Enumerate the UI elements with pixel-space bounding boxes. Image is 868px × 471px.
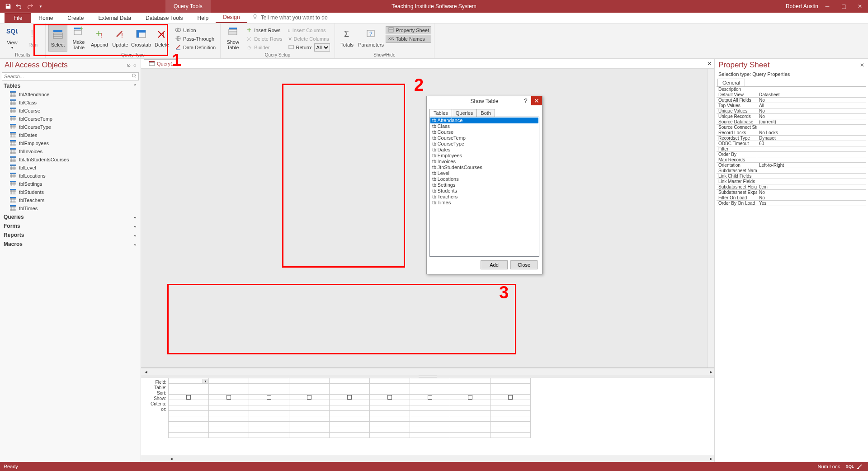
property-row[interactable]: Record LocksNo Locks xyxy=(717,130,866,136)
tab-home[interactable]: Home xyxy=(31,13,60,23)
close-button[interactable]: Close xyxy=(510,260,538,269)
qbe-cell[interactable] xyxy=(169,433,209,438)
prop-value[interactable]: Dynaset xyxy=(757,136,866,141)
vertical-scrollbar[interactable] xyxy=(707,69,714,367)
checkbox[interactable] xyxy=(508,395,513,400)
qbe-cell[interactable] xyxy=(370,405,410,411)
scroll-left-icon[interactable]: ◄ xyxy=(143,370,149,374)
parameters-button[interactable]: ? Parameters xyxy=(359,24,384,52)
checkbox[interactable] xyxy=(226,395,231,400)
property-row[interactable]: Description xyxy=(717,87,866,92)
nav-item-table[interactable]: tblJtnStudentsCourses xyxy=(0,155,141,164)
nav-item-table[interactable]: tblEmployees xyxy=(0,139,141,147)
qbe-cell[interactable] xyxy=(491,422,531,427)
qbe-cell[interactable] xyxy=(370,400,410,405)
tab-help[interactable]: Help xyxy=(190,13,216,23)
qbe-cell[interactable] xyxy=(249,384,289,389)
qbe-cell[interactable] xyxy=(370,378,410,384)
qbe-cell[interactable] xyxy=(249,378,289,384)
qbe-cell[interactable] xyxy=(169,389,209,395)
prop-value[interactable]: All xyxy=(757,103,866,108)
nav-item-table[interactable]: tblTeachers xyxy=(0,196,141,204)
nav-section-queries[interactable]: Queries⌄ xyxy=(0,212,141,221)
property-row[interactable]: Output All FieldsNo xyxy=(717,98,866,103)
prop-value[interactable]: No xyxy=(757,195,866,200)
doc-tab-close-icon[interactable]: ✕ xyxy=(707,61,712,67)
show-table-button[interactable]: Show Table xyxy=(223,24,242,52)
qbe-cell[interactable] xyxy=(330,389,370,395)
dialog-list[interactable]: tblAttendancetblClasstblCoursetblCourseT… xyxy=(429,117,539,257)
union-button[interactable]: Union xyxy=(173,26,217,34)
crosstab-button[interactable]: Crosstab xyxy=(132,24,151,52)
chevron-down-icon[interactable]: ▼ xyxy=(203,379,208,383)
qbe-cell[interactable] xyxy=(249,422,289,427)
property-row[interactable]: Subdatasheet Name xyxy=(717,168,866,174)
dialog-tab-tables[interactable]: Tables xyxy=(429,109,452,117)
scroll-right-icon[interactable]: ► xyxy=(708,457,714,461)
qbe-cell[interactable] xyxy=(410,389,450,395)
qbe-cell[interactable] xyxy=(450,433,491,438)
property-row[interactable]: Order By xyxy=(717,152,866,157)
delete-button[interactable]: ! Delete xyxy=(152,24,171,52)
qbe-cell[interactable] xyxy=(289,416,330,422)
property-row[interactable]: Source Connect Str xyxy=(717,125,866,130)
tell-me-search[interactable]: Tell me what you want to do xyxy=(247,12,332,23)
property-row[interactable]: Max Records xyxy=(717,157,866,163)
qbe-cell[interactable] xyxy=(169,395,209,400)
qbe-cell[interactable] xyxy=(370,422,410,427)
qbe-cell[interactable] xyxy=(209,384,249,389)
list-item[interactable]: tblSettings xyxy=(430,182,538,188)
qat-customize-icon[interactable]: ▼ xyxy=(37,3,44,10)
qbe-cell[interactable] xyxy=(491,416,531,422)
nav-item-table[interactable]: tblStudents xyxy=(0,188,141,196)
property-sheet-button[interactable]: Property Sheet xyxy=(386,26,431,34)
qbe-cell[interactable] xyxy=(330,433,370,438)
qbe-cell[interactable] xyxy=(410,411,450,416)
qbe-cell[interactable] xyxy=(450,400,491,405)
builder-button[interactable]: Builder xyxy=(244,43,284,52)
query-design-surface[interactable]: Show Table ? ✕ Tables Queries Both tblAt… xyxy=(141,69,714,368)
qbe-cell[interactable] xyxy=(169,400,209,405)
prop-value[interactable]: No xyxy=(757,98,866,103)
update-button[interactable]: ! Update xyxy=(111,24,130,52)
qbe-cell[interactable] xyxy=(370,384,410,389)
redo-icon[interactable] xyxy=(26,3,33,10)
qbe-cell[interactable] xyxy=(450,427,491,433)
qbe-cell[interactable] xyxy=(450,384,491,389)
prop-value[interactable] xyxy=(757,146,866,151)
qbe-cell[interactable] xyxy=(370,416,410,422)
property-row[interactable]: Source Database(current) xyxy=(717,119,866,125)
list-item[interactable]: tblCourseType xyxy=(430,141,538,147)
delete-rows-button[interactable]: Delete Rows xyxy=(244,35,284,43)
property-row[interactable]: Recordset TypeDynaset xyxy=(717,136,866,141)
scroll-right-icon[interactable]: ► xyxy=(708,370,714,374)
data-definition-button[interactable]: Data Definition xyxy=(173,43,217,52)
dialog-titlebar[interactable]: Show Table ? ✕ xyxy=(427,96,542,106)
minimize-icon[interactable]: ─ xyxy=(819,0,835,13)
prop-value[interactable]: No xyxy=(757,108,866,113)
prop-value[interactable] xyxy=(757,157,866,162)
qbe-cell[interactable] xyxy=(249,433,289,438)
checkbox[interactable] xyxy=(307,395,311,400)
nav-dropdown-icon[interactable]: ⊙ xyxy=(127,62,131,68)
qbe-cell[interactable] xyxy=(491,411,531,416)
property-row[interactable]: Default ViewDatasheet xyxy=(717,92,866,98)
nav-section-macros[interactable]: Macros⌄ xyxy=(0,240,141,249)
qbe-cell[interactable] xyxy=(410,384,450,389)
qbe-cell[interactable] xyxy=(450,422,491,427)
list-item[interactable]: tblInvoices xyxy=(430,159,538,165)
qbe-cell[interactable] xyxy=(491,384,531,389)
property-grid[interactable]: DescriptionDefault ViewDatasheetOutput A… xyxy=(717,86,866,206)
qbe-cell[interactable] xyxy=(330,384,370,389)
qbe-cell[interactable] xyxy=(289,422,330,427)
qbe-cell[interactable] xyxy=(410,427,450,433)
qbe-cell[interactable] xyxy=(450,405,491,411)
search-input[interactable] xyxy=(2,72,139,80)
property-row[interactable]: Filter xyxy=(717,146,866,152)
prop-close-icon[interactable]: ✕ xyxy=(860,62,864,68)
checkbox[interactable] xyxy=(347,395,352,400)
select-query-button[interactable]: Select xyxy=(48,24,67,52)
qbe-cell[interactable] xyxy=(169,384,209,389)
close-icon[interactable]: ✕ xyxy=(852,0,868,13)
search-icon[interactable] xyxy=(132,73,137,80)
